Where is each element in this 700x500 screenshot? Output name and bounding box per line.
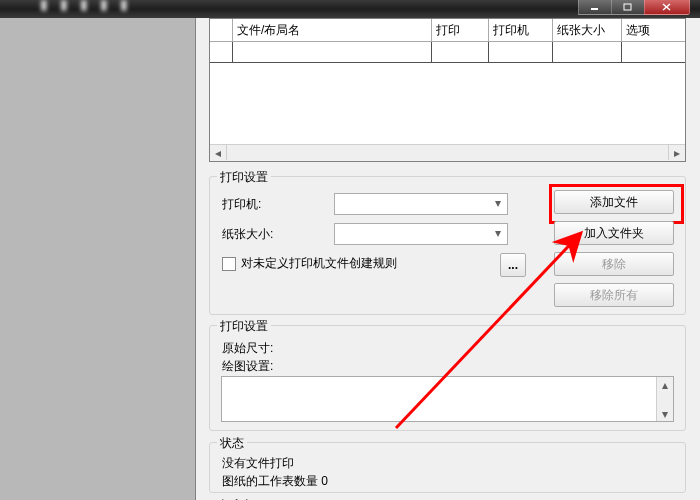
sheet-count-value: 0 [321,474,328,488]
col-options[interactable]: 选项 [622,19,686,42]
plot-settings-memo[interactable]: ▴ ▾ [221,376,674,422]
left-panel [0,18,195,500]
add-folder-button[interactable]: 加入文件夹 [554,221,674,245]
group-status-title: 状态 [217,435,247,452]
title-text: ▮▮▮▮▮ [40,0,140,12]
chevron-down-icon: ▾ [490,225,506,241]
table-row[interactable] [210,42,685,63]
checkbox-box-icon [222,257,236,271]
rules-more-button[interactable]: ... [500,253,526,277]
col-print[interactable]: 打印 [432,19,489,42]
paper-size-label: 纸张大小: [222,226,334,243]
group-print-settings-title: 打印设置 [217,169,271,186]
col-printer[interactable]: 打印机 [489,19,553,42]
status-no-files: 没有文件打印 [222,455,294,472]
col-papersize[interactable]: 纸张大小 [553,19,622,42]
create-rules-label: 对未定义打印机文件创建规则 [241,255,397,272]
content-panel: 文件/布局名 打印 打印机 纸张大小 选项 ◂ ▸ 打印设置 [195,18,700,500]
chevron-down-icon: ▾ [490,195,506,211]
status-sheet-count: 图纸的工作表数量 0 [222,473,328,490]
close-button[interactable] [644,0,690,15]
col-file-layout[interactable]: 文件/布局名 [233,19,432,42]
files-table[interactable]: 文件/布局名 打印 打印机 纸张大小 选项 ◂ ▸ [209,18,686,162]
add-file-button[interactable]: 添加文件 [554,190,674,214]
col-handle[interactable] [210,19,233,42]
plot-settings-label: 绘图设置: [222,358,273,375]
scroll-left-icon[interactable]: ◂ [210,145,227,160]
maximize-button[interactable] [611,0,645,15]
table-h-scrollbar[interactable]: ◂ ▸ [210,144,685,161]
group-plot-settings-title: 打印设置 [217,318,271,335]
original-size-label: 原始尺寸: [222,340,273,357]
scroll-up-icon[interactable]: ▴ [657,377,672,392]
printer-label: 打印机: [222,196,334,213]
printer-combo[interactable]: ▾ [334,193,508,215]
remove-button[interactable]: 移除 [554,252,674,276]
create-rules-checkbox[interactable]: 对未定义打印机文件创建规则 [222,255,397,272]
remove-all-button[interactable]: 移除所有 [554,283,674,307]
scroll-down-icon[interactable]: ▾ [657,406,672,421]
minimize-button[interactable] [578,0,612,15]
group-plot-settings: 打印设置 原始尺寸: 绘图设置: ▴ ▾ [209,325,686,431]
svg-rect-1 [624,4,631,10]
scroll-right-icon[interactable]: ▸ [668,145,685,160]
group-status: 状态 没有文件打印 图纸的工作表数量 0 [209,442,686,493]
memo-v-scrollbar[interactable]: ▴ ▾ [656,377,673,421]
title-bar: ▮▮▮▮▮ [0,0,700,18]
paper-size-combo[interactable]: ▾ [334,223,508,245]
